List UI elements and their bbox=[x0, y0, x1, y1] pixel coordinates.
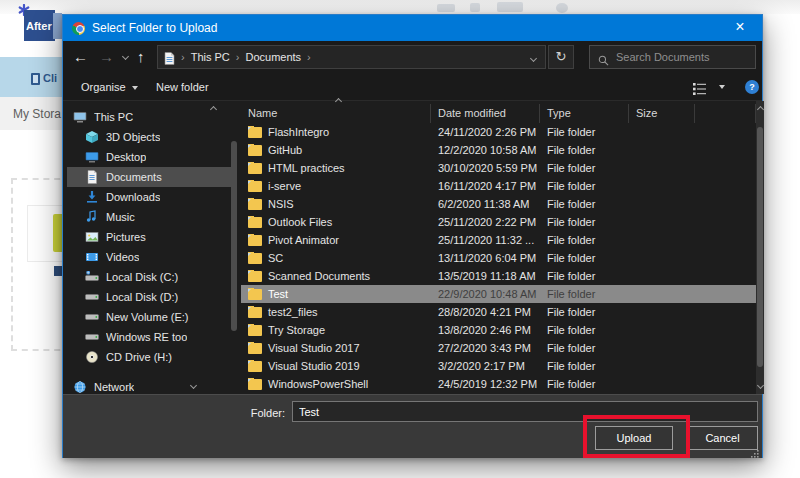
sidebar-item-cd-drive-h[interactable]: CD Drive (H:) bbox=[67, 347, 233, 367]
help-button[interactable]: ? bbox=[745, 80, 759, 94]
file-row-html-practices[interactable]: HTML practices30/10/2020 5:59 PMFile fol… bbox=[241, 159, 756, 177]
file-type-cell: File folder bbox=[540, 162, 629, 174]
file-name-text: NSIS bbox=[268, 198, 294, 210]
sidebar-item-local-disk-c[interactable]: Local Disk (C:) bbox=[67, 267, 233, 287]
sidebar-item-videos[interactable]: Videos bbox=[67, 247, 233, 267]
recent-locations-chevron-icon[interactable] bbox=[122, 53, 129, 60]
list-scroll-down-icon[interactable] bbox=[756, 382, 763, 389]
file-type-cell: File folder bbox=[540, 144, 629, 156]
back-button[interactable]: ← bbox=[73, 41, 88, 73]
file-name-text: Visual Studio 2019 bbox=[268, 360, 360, 372]
breadcrumb-chevron-icon[interactable]: › bbox=[181, 51, 185, 63]
file-rows: FlashIntegro24/11/2020 2:26 PMFile folde… bbox=[241, 123, 756, 393]
background-artifact bbox=[497, 2, 523, 12]
forward-button[interactable]: → bbox=[99, 41, 114, 73]
sidebar-item-label: Network bbox=[94, 381, 134, 393]
file-type-cell: File folder bbox=[540, 126, 629, 138]
folder-icon bbox=[248, 181, 262, 192]
column-header-type[interactable]: Type bbox=[540, 104, 629, 123]
file-date-cell: 16/11/2020 4:17 PM bbox=[431, 180, 540, 192]
column-header-name[interactable]: Name bbox=[241, 104, 431, 123]
storage-heading: My Stora bbox=[13, 107, 61, 121]
file-date-cell: 24/11/2020 2:26 PM bbox=[431, 126, 540, 138]
file-date-cell: 6/2/2020 11:38 AM bbox=[431, 198, 540, 210]
column-header-date-modified[interactable]: Date modified bbox=[431, 104, 540, 123]
search-box[interactable] bbox=[589, 45, 756, 69]
up-button[interactable]: ↑ bbox=[137, 41, 145, 73]
list-scroll-up-icon[interactable] bbox=[756, 106, 763, 113]
sidebar-item-label: CD Drive (H:) bbox=[106, 351, 172, 363]
breadcrumb-chevron-icon[interactable]: › bbox=[307, 51, 311, 63]
file-name-text: Try Storage bbox=[268, 324, 325, 336]
screen: After Cli My Stora Select Folder to Uplo… bbox=[0, 0, 800, 478]
file-row-sc[interactable]: SC13/11/2020 6:04 PMFile folder bbox=[241, 249, 756, 267]
column-header-filler bbox=[695, 104, 756, 123]
system-drive-icon bbox=[85, 270, 99, 284]
list-scrollbar[interactable] bbox=[756, 101, 764, 394]
sidebar-item-new-volume-e[interactable]: New Volume (E:) bbox=[67, 307, 233, 327]
cancel-button[interactable]: Cancel bbox=[687, 426, 758, 450]
file-row-outlook-files[interactable]: Outlook Files25/11/2020 2:22 PMFile fold… bbox=[241, 213, 756, 231]
file-row-i-serve[interactable]: i-serve16/11/2020 4:17 PMFile folder bbox=[241, 177, 756, 195]
file-name-text: Pivot Animator bbox=[268, 234, 339, 246]
sidebar-item-pictures[interactable]: Pictures bbox=[67, 227, 233, 247]
breadcrumb-this-pc[interactable]: This PC bbox=[191, 51, 230, 63]
file-row-flashintegro[interactable]: FlashIntegro24/11/2020 2:26 PMFile folde… bbox=[241, 123, 756, 141]
dialog-titlebar[interactable]: Select Folder to Upload × bbox=[63, 15, 762, 41]
sidebar-item-desktop[interactable]: Desktop bbox=[67, 147, 233, 167]
sidebar-item-network[interactable]: Network bbox=[67, 377, 233, 394]
search-input[interactable] bbox=[616, 51, 746, 63]
upload-button[interactable]: Upload bbox=[595, 426, 673, 450]
background-tab-label[interactable]: Cli bbox=[43, 72, 57, 84]
file-row-visual-studio-2019[interactable]: Visual Studio 20193/2/2020 2:17 PMFile f… bbox=[241, 357, 756, 375]
column-header-size[interactable]: Size bbox=[629, 104, 695, 123]
file-row-nsis[interactable]: NSIS6/2/2020 11:38 AMFile folder bbox=[241, 195, 756, 213]
sidebar-item-local-disk-d[interactable]: Local Disk (D:) bbox=[67, 287, 233, 307]
location-document-icon bbox=[164, 51, 175, 64]
select-folder-dialog: Select Folder to Upload × ← → ↑ ›This PC… bbox=[62, 14, 763, 458]
breadcrumb-documents[interactable]: Documents bbox=[245, 51, 301, 63]
downloads-icon bbox=[85, 190, 99, 204]
address-dropdown-chevron-icon[interactable] bbox=[530, 55, 537, 62]
new-folder-button[interactable]: New folder bbox=[156, 73, 209, 101]
sidebar-item-music[interactable]: Music bbox=[67, 207, 233, 227]
file-row-test[interactable]: Test22/9/2020 10:48 AMFile folder bbox=[241, 285, 756, 303]
file-row-try-storage[interactable]: Try Storage13/8/2020 2:46 PMFile folder bbox=[241, 321, 756, 339]
list-scrollbar-thumb[interactable] bbox=[757, 127, 763, 367]
dialog-title: Select Folder to Upload bbox=[92, 21, 217, 35]
file-row-test2-files[interactable]: test2_files28/8/2020 4:21 PMFile folder bbox=[241, 303, 756, 321]
file-date-cell: 13/11/2020 6:04 PM bbox=[431, 252, 540, 264]
pc-icon bbox=[73, 110, 87, 124]
file-name-cell: test2_files bbox=[241, 306, 431, 318]
file-type-cell: File folder bbox=[540, 180, 629, 192]
close-button[interactable]: × bbox=[718, 15, 762, 41]
sidebar-item-windows-re-too[interactable]: Windows RE too bbox=[67, 327, 233, 347]
sidebar-scrollbar[interactable] bbox=[231, 141, 237, 331]
sidebar-item-label: Local Disk (C:) bbox=[106, 271, 178, 283]
sidebar-item-documents[interactable]: Documents bbox=[67, 167, 233, 187]
file-row-github[interactable]: GitHub12/2/2020 10:58 AMFile folder bbox=[241, 141, 756, 159]
sidebar-item-label: Local Disk (D:) bbox=[106, 291, 178, 303]
views-dropdown-icon[interactable] bbox=[719, 85, 725, 89]
folder-icon bbox=[248, 253, 262, 264]
sidebar-item-this-pc[interactable]: This PC bbox=[67, 107, 233, 127]
file-name-text: Scanned Documents bbox=[268, 270, 370, 282]
file-row-windowspowershell[interactable]: WindowsPowerShell24/5/2019 12:32 PMFile … bbox=[241, 375, 756, 393]
sidebar-item-downloads[interactable]: Downloads bbox=[67, 187, 233, 207]
file-name-text: test2_files bbox=[268, 306, 318, 318]
folder-name-input[interactable] bbox=[292, 401, 758, 422]
file-row-scanned-documents[interactable]: Scanned Documents13/5/2019 11:18 AMFile … bbox=[241, 267, 756, 285]
file-row-visual-studio-2017[interactable]: Visual Studio 201727/2/2020 3:43 PMFile … bbox=[241, 339, 756, 357]
details-view-icon[interactable] bbox=[693, 81, 706, 93]
cd-icon bbox=[85, 350, 99, 364]
resize-grip[interactable] bbox=[749, 445, 760, 456]
breadcrumb-chevron-icon[interactable]: › bbox=[236, 51, 240, 63]
file-type-cell: File folder bbox=[540, 342, 629, 354]
file-name-cell: SC bbox=[241, 252, 431, 264]
refresh-button[interactable]: ↻ bbox=[548, 45, 574, 69]
file-name-text: HTML practices bbox=[268, 162, 345, 174]
sidebar-item-3d-objects[interactable]: 3D Objects bbox=[67, 127, 233, 147]
organise-menu-button[interactable]: Organise bbox=[81, 73, 138, 101]
file-row-pivot-animator[interactable]: Pivot Animator25/11/2020 11:32 ...File f… bbox=[241, 231, 756, 249]
address-bar[interactable]: ›This PC›Documents› bbox=[157, 45, 546, 69]
